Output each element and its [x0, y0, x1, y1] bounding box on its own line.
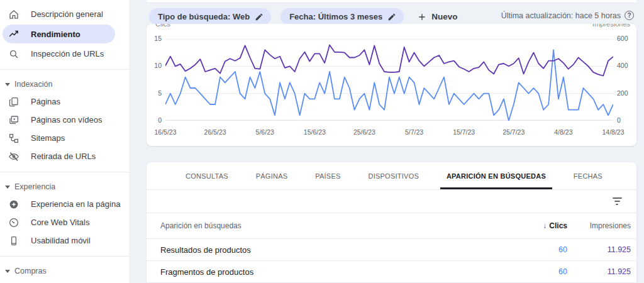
- axis-tick-label: 26/5/23: [204, 128, 226, 136]
- trending-up-icon: [8, 28, 19, 40]
- sidebar-item-page-experience[interactable]: Experiencia en la página: [0, 195, 129, 213]
- axis-tick-label: 0: [147, 116, 162, 124]
- tab-dates[interactable]: FECHAS: [567, 162, 609, 189]
- sidebar-divider: [0, 69, 129, 70]
- axis-tick-label: 15/6/23: [304, 128, 326, 136]
- tab-devices[interactable]: DISPOSITIVOS: [362, 162, 425, 189]
- video-pages-icon: [8, 114, 19, 126]
- table-header-row: Aparición en búsquedas ↓Clics Impresione…: [147, 213, 636, 239]
- sidebar-section-indexing[interactable]: Indexación: [0, 76, 129, 92]
- sidebar-item-sitemaps[interactable]: Sitemaps: [0, 129, 129, 147]
- column-header-clicks[interactable]: ↓Clics: [504, 221, 567, 230]
- sidebar-divider: [0, 172, 129, 172]
- sidebar-item-mobile-usability[interactable]: Usabilidad móvil: [0, 231, 129, 250]
- dimensions-table-card: CONSULTAS PÁGINAS PAÍSES DISPOSITIVOS AP…: [147, 162, 636, 283]
- appearance-cell: Resultados de productos: [147, 245, 504, 255]
- sidebar-item-performance[interactable]: Rendimiento: [3, 25, 115, 43]
- axis-tick-label: 5: [147, 89, 162, 97]
- sidebar-item-overview[interactable]: Descripción general: [0, 5, 129, 23]
- left-axis-title: Clics: [155, 24, 170, 28]
- sidebar-item-removals[interactable]: Retirada de URLs: [0, 147, 129, 165]
- appearance-cell: Fragmentos de productos: [147, 267, 504, 277]
- filter-list-icon[interactable]: [611, 197, 623, 206]
- help-icon[interactable]: ?: [625, 11, 634, 20]
- smartphone-icon: [8, 235, 19, 247]
- tab-pages[interactable]: PÁGINAS: [250, 162, 294, 189]
- axis-tick-label: 14/8/23: [602, 128, 624, 136]
- search-icon: [8, 48, 19, 60]
- chevron-down-icon: [5, 83, 10, 86]
- filter-chips-bar: Tipo de búsqueda: Web Fecha: Últimos 3 m…: [149, 8, 462, 25]
- search-type-chip[interactable]: Tipo de búsqueda: Web: [149, 8, 271, 25]
- sidebar-item-url-inspection[interactable]: Inspección de URLs: [0, 45, 129, 63]
- arrow-down-icon: ↓: [543, 221, 547, 230]
- axis-tick-label: 15: [147, 35, 162, 42]
- sitemaps-icon: [8, 133, 19, 144]
- chevron-down-icon: [5, 270, 10, 273]
- main-content: Tipo de búsqueda: Web Fecha: Últimos 3 m…: [129, 0, 644, 283]
- axis-tick-label: 15/7/23: [453, 128, 475, 136]
- table-row[interactable]: Resultados de productos 60 11.925: [147, 239, 636, 261]
- axis-tick-label: 600: [617, 35, 632, 42]
- sidebar-item-core-web-vitals[interactable]: Core Web Vitals: [0, 213, 129, 231]
- axis-tick-label: 5/6/23: [256, 128, 274, 136]
- dimension-tabs: CONSULTAS PÁGINAS PAÍSES DISPOSITIVOS AP…: [147, 162, 636, 190]
- impressions-cell: 11.925: [567, 245, 636, 254]
- sidebar-item-video-pages[interactable]: Páginas con vídeos: [0, 111, 129, 129]
- axis-tick-label: 25/7/23: [502, 128, 525, 136]
- table-toolbar: [147, 190, 636, 213]
- axis-tick-label: 25/6/23: [353, 128, 375, 136]
- axis-tick-label: 10: [147, 62, 162, 69]
- sidebar-divider: [0, 256, 129, 257]
- table-row[interactable]: Fragmentos de productos 60 11.925: [147, 261, 636, 283]
- sidebar-section-shopping[interactable]: Compras: [0, 263, 129, 279]
- new-filter-button[interactable]: Nuevo: [413, 12, 461, 22]
- sidebar: Descripción general Rendimiento Inspecci…: [0, 0, 129, 283]
- impressions-cell: 11.925: [567, 267, 636, 276]
- tab-search-appearance[interactable]: APARICIÓN EN BÚSQUEDAS: [440, 162, 552, 189]
- date-range-chip[interactable]: Fecha: Últimos 3 meses: [280, 8, 404, 25]
- plus-icon: [417, 12, 427, 22]
- right-axis-title: Impresiones: [592, 24, 630, 28]
- sidebar-item-pages[interactable]: Páginas: [0, 92, 129, 111]
- edit-icon: [387, 13, 396, 21]
- core-web-vitals-icon: [8, 217, 19, 228]
- last-update-area: Última actualización: hace 5 horas ?: [501, 11, 634, 20]
- column-header-impressions[interactable]: Impresiones: [567, 221, 636, 230]
- performance-chart[interactable]: [165, 39, 613, 121]
- tab-countries[interactable]: PAÍSES: [309, 162, 347, 189]
- axis-tick-label: 0: [617, 116, 632, 124]
- chevron-down-icon: [5, 186, 10, 189]
- sidebar-item-product-snippets[interactable]: Fragmentos de product…: [0, 279, 129, 283]
- page-experience-icon: [8, 199, 19, 210]
- column-header-appearance[interactable]: Aparición en búsquedas: [147, 221, 504, 230]
- performance-chart-card: Clics Impresiones 151050 6004002000 16/5…: [147, 24, 636, 146]
- axis-tick-label: 200: [617, 89, 632, 97]
- axis-tick-label: 400: [617, 62, 632, 69]
- last-update-text: Última actualización: hace 5 horas: [501, 11, 621, 20]
- tab-queries[interactable]: CONSULTAS: [179, 162, 235, 189]
- axis-tick-label: 16/5/23: [154, 128, 176, 136]
- axis-tick-label: 4/8/23: [554, 128, 572, 136]
- header-bottom-strip: [147, 0, 636, 3]
- clicks-cell: 60: [504, 267, 567, 276]
- eye-off-icon: [8, 151, 19, 162]
- home-icon: [8, 9, 19, 20]
- axis-tick-label: 5/7/23: [405, 128, 423, 136]
- pages-icon: [8, 96, 19, 108]
- edit-icon: [255, 13, 264, 21]
- sidebar-section-experience[interactable]: Experiencia: [0, 179, 129, 195]
- clicks-cell: 60: [504, 245, 567, 254]
